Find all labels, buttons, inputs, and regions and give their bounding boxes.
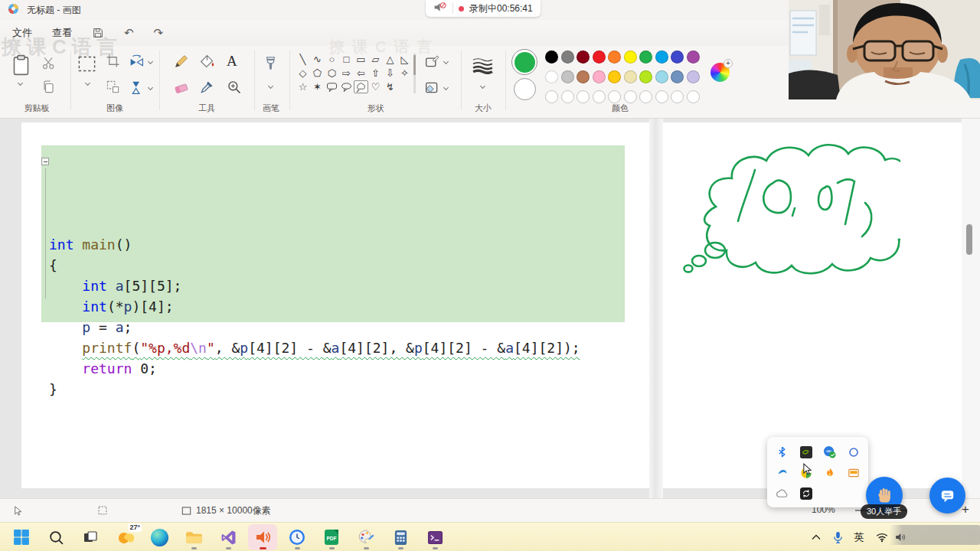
shield-check-tray-icon[interactable] [818, 442, 841, 462]
fill-tool[interactable] [199, 54, 215, 70]
taskbar-clock-icon[interactable] [283, 524, 312, 550]
taskbar-paint-icon[interactable] [351, 524, 381, 550]
rotate-button[interactable] [129, 54, 145, 70]
shape-rounded-rectangle-icon[interactable]: ▭ [354, 53, 368, 66]
palette-empty-slot[interactable] [624, 90, 637, 103]
chevron-down-icon[interactable] [148, 85, 153, 90]
palette-empty-slot[interactable] [687, 90, 700, 103]
shape-triangle-icon[interactable]: △ [383, 53, 397, 66]
copy-button[interactable] [41, 80, 56, 94]
palette-color-swatch[interactable] [561, 70, 574, 83]
shape-rectangle-icon[interactable]: □ [339, 53, 354, 66]
palette-color-swatch[interactable] [561, 51, 574, 64]
taskbar-edge-icon[interactable] [145, 524, 174, 550]
palette-color-swatch[interactable] [608, 51, 621, 64]
undo-icon[interactable]: ↶ [124, 26, 134, 40]
palette-color-swatch[interactable] [624, 70, 637, 83]
chevron-down-icon[interactable] [148, 59, 153, 64]
palette-empty-slot[interactable] [561, 90, 574, 103]
shape-arrow-down-icon[interactable]: ⇩ [383, 67, 397, 80]
palette-color-swatch[interactable] [577, 70, 590, 83]
palette-empty-slot[interactable] [655, 90, 668, 103]
text-tool[interactable]: A [227, 53, 237, 70]
ring-tray-icon[interactable] [841, 442, 865, 462]
palette-color-swatch[interactable] [639, 70, 652, 83]
shapes-scrollbar[interactable] [413, 54, 416, 93]
taskbar-search-icon[interactable] [41, 524, 70, 550]
nvidia-tray-icon[interactable] [794, 442, 818, 462]
shape-callout-rounded-icon[interactable] [325, 80, 339, 93]
chat-button[interactable] [929, 478, 965, 514]
chevron-down-icon[interactable] [18, 80, 23, 86]
taskbar-volume-icon[interactable] [248, 524, 277, 550]
shape-callout-oval-icon[interactable] [339, 80, 354, 93]
palette-color-swatch[interactable] [608, 70, 621, 83]
palette-color-swatch[interactable] [655, 70, 668, 83]
shape-heart-icon[interactable]: ♡ [368, 80, 383, 93]
crop-button[interactable] [106, 54, 120, 68]
taskbar-visual-studio-icon[interactable] [214, 524, 243, 550]
shape-arrow-left-icon[interactable]: ⇦ [354, 67, 368, 80]
taskbar-task-view-icon[interactable] [76, 524, 105, 550]
palette-color-swatch[interactable] [545, 51, 558, 64]
palette-empty-slot[interactable] [593, 90, 606, 103]
shape-star-6-icon[interactable]: ✶ [310, 80, 325, 93]
tray-chevron-up-icon[interactable] [808, 523, 824, 551]
taskbar-win-start-icon[interactable] [7, 524, 36, 550]
chevron-down-icon[interactable] [85, 80, 90, 86]
select-button[interactable] [77, 54, 97, 74]
shape-line-icon[interactable]: ╲ [296, 53, 310, 66]
palette-color-swatch[interactable] [624, 51, 637, 64]
scrollbar-thumb[interactable] [966, 224, 972, 255]
taskbar-weather-icon[interactable]: 27° [110, 524, 139, 550]
swirl-tray-icon[interactable] [770, 462, 794, 483]
ime-indicator[interactable]: 英 [851, 523, 867, 551]
palette-empty-slot[interactable] [545, 90, 558, 103]
shape-outline-button[interactable] [424, 54, 440, 70]
color-picker-tool[interactable] [199, 80, 214, 95]
shape-pentagon-icon[interactable]: ⬠ [310, 67, 325, 80]
color2-swatch[interactable] [514, 78, 536, 100]
color1-swatch[interactable] [511, 49, 537, 75]
window-orange-tray-icon[interactable] [841, 462, 865, 483]
paint-canvas-right[interactable] [663, 122, 962, 488]
bluetooth-tray-icon[interactable] [770, 442, 794, 462]
edit-colors-button[interactable]: + [710, 63, 730, 82]
chevron-down-icon[interactable] [268, 83, 273, 89]
palette-color-swatch[interactable] [687, 51, 700, 64]
palette-empty-slot[interactable] [608, 90, 621, 103]
shape-ellipse-icon[interactable]: ○ [325, 53, 339, 66]
redo-icon[interactable]: ↷ [154, 26, 164, 40]
palette-color-swatch[interactable] [545, 70, 558, 83]
sync-tray-icon[interactable] [794, 483, 818, 504]
save-icon[interactable] [92, 27, 104, 39]
shape-arrow-up-icon[interactable]: ⇧ [368, 67, 383, 80]
palette-color-swatch[interactable] [577, 51, 590, 64]
palette-color-swatch[interactable] [655, 51, 668, 64]
pencil-tool[interactable] [173, 54, 189, 70]
palette-color-swatch[interactable] [687, 70, 700, 83]
chevron-down-icon[interactable] [443, 59, 449, 64]
cut-button[interactable] [41, 55, 57, 70]
shape-lightning-icon[interactable]: ↯ [383, 80, 397, 93]
magnifier-tool[interactable] [227, 80, 242, 95]
palette-color-swatch[interactable] [639, 51, 652, 64]
paste-button[interactable] [11, 54, 31, 77]
brush-button[interactable] [262, 55, 279, 73]
cloud-tray-tray-icon[interactable] [770, 483, 794, 504]
resize-button[interactable] [106, 80, 120, 94]
menu-file[interactable]: 文件 [12, 26, 32, 40]
shape-star-5-icon[interactable]: ☆ [296, 80, 310, 93]
palette-empty-slot[interactable] [671, 90, 684, 103]
menu-view[interactable]: 查看 [52, 26, 72, 40]
chevron-down-icon[interactable] [480, 83, 485, 89]
palette-color-swatch[interactable] [593, 70, 606, 83]
palette-empty-slot[interactable] [577, 90, 590, 103]
taskbar-calculator-icon[interactable] [386, 524, 415, 550]
taskbar-pdf-icon[interactable]: PDF [317, 524, 346, 550]
webcam-video[interactable] [789, 0, 980, 99]
muted-speaker-icon[interactable] [433, 2, 447, 15]
chevron-down-icon[interactable] [443, 85, 449, 90]
flip-button[interactable] [129, 80, 145, 96]
shape-fill-button[interactable] [424, 80, 440, 96]
